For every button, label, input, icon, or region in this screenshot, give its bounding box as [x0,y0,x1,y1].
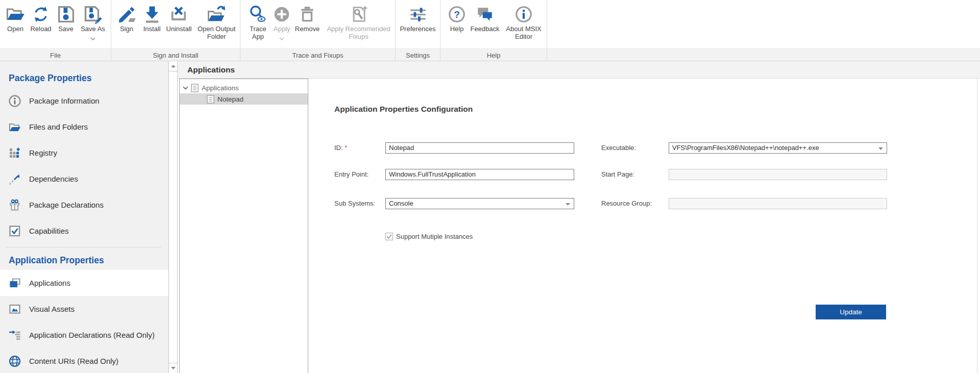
application-properties-form: Application Properties Configuration ID:… [308,79,980,373]
sidebar-section-application-properties: Application Properties [0,251,168,270]
feedback-icon [475,4,495,25]
registry-icon [8,146,21,160]
tree-expand-chevron-icon[interactable] [183,86,189,90]
about-info-icon [514,4,533,25]
feedback-button[interactable]: Feedback [468,4,502,33]
sidebar-item-visual-assets[interactable]: Visual Assets [0,296,168,322]
entry-point-label: Entry Point: [334,169,369,180]
about-msix-editor-button[interactable]: About MSIX Editor [502,4,546,40]
sub-systems-label: Sub Systems: [334,198,375,209]
package-information-icon [8,94,21,108]
install-button[interactable]: Install [139,4,165,33]
reload-icon [31,4,51,25]
trace-app-icon [248,4,267,25]
content-uris-globe-icon [8,355,21,368]
id-label: ID: * [334,142,347,154]
sidebar-divider [6,247,161,247]
save-as-icon [83,4,103,25]
install-icon [142,4,162,25]
sidebar-item-package-declarations[interactable]: Package Declarations [0,192,168,218]
package-declarations-icon [8,198,21,212]
save-button[interactable]: Save [54,4,78,33]
tree-node-notepad[interactable]: Notepad [180,93,308,105]
ribbon-group-label-sign-install: Sign and Install [111,52,240,59]
sidebar-item-files-and-folders[interactable]: Files and Folders [0,114,168,140]
start-page-label: Start Page: [601,169,634,180]
scrollbar-down-arrow[interactable] [169,363,177,373]
tree-node-applications[interactable]: Applications [180,82,308,93]
svg-text:?: ? [454,9,460,20]
ribbon-group-label-trace-fixups: Trace and Fixups [240,52,395,59]
sidebar-item-dependencies[interactable]: Dependencies [0,166,168,192]
sidebar-section-package-properties: Package Properties [0,68,168,88]
applications-icon [8,277,21,290]
form-heading: Application Properties Configuration [334,105,473,114]
ribbon-group-help: ? Help Feedback About MSIX Editor Help [440,0,547,61]
resource-group-label: Resource Group: [601,198,652,209]
support-multiple-instances-checkbox[interactable]: Support Mutiple Instances [385,233,473,240]
sign-icon [116,4,137,25]
apply-recommended-fixups-icon [349,4,369,25]
applications-tree-panel: Applications Notepad [179,79,308,373]
sidebar-item-application-declarations[interactable]: Application Declarations (Read Only) [0,322,168,348]
files-and-folders-icon [8,120,21,134]
sidebar-item-registry[interactable]: Registry [0,140,168,166]
apply-icon [272,4,291,25]
help-button[interactable]: ? Help [446,4,468,33]
open-button[interactable]: Open [3,4,28,33]
ribbon-group-file: Open Reload Save Save As File [0,0,111,61]
executable-select[interactable]: VFS\ProgramFilesX86\Notepad++\notepad++.… [669,142,887,154]
remove-icon [298,4,317,25]
tree-node-document-icon [191,84,199,92]
ribbon-group-sign-install: Sign Install Uninstall Open Output Folde… [111,0,240,61]
apply-button[interactable]: Apply [272,4,292,37]
open-output-folder-icon [206,4,227,25]
start-page-input [669,169,887,180]
sign-button[interactable]: Sign [114,4,139,33]
dropdown-arrow-icon [566,203,570,206]
main-header-bar: Applications [178,61,980,79]
ribbon-group-label-settings: Settings [396,52,440,59]
open-output-folder-button[interactable]: Open Output Folder [193,4,240,40]
sidebar-item-package-information[interactable]: Package Information [0,88,168,114]
save-icon [56,4,76,25]
entry-point-input[interactable]: Windows.FullTrustApplication [385,169,574,180]
window-right-edge [977,79,977,373]
reload-button[interactable]: Reload [28,4,54,33]
apply-recommended-fixups-button[interactable]: Apply Recommended Fixups [322,4,395,40]
required-asterisk: * [345,144,347,152]
executable-label: Executable: [601,142,636,154]
update-button[interactable]: Update [816,305,886,319]
id-input[interactable]: Notepad [385,142,574,154]
sidebar-item-content-uris[interactable]: Content URIs (Read Only) [0,348,168,373]
sidebar-navigation: Package Properties Package Information F… [0,61,168,373]
apply-dropdown-chevron-icon [279,34,284,37]
open-icon [5,4,26,25]
checkbox-box[interactable] [385,233,393,240]
dependencies-icon [8,172,21,186]
sidebar-item-capabilities[interactable]: Capabilities [0,218,168,244]
sidebar-scrollbar[interactable] [168,61,178,373]
ribbon-group-label-file: File [0,52,111,59]
ribbon-group-trace-fixups: Trace App Apply Remove Apply Recommended… [240,0,396,61]
save-as-dropdown-chevron-icon[interactable] [90,34,95,37]
preferences-button[interactable]: Preferences [397,4,439,33]
tree-node-document-icon [207,95,214,104]
ribbon-toolbar: Open Reload Save Save As File Sign [0,0,980,61]
scrollbar-up-arrow[interactable] [169,61,177,71]
capabilities-icon [8,225,21,238]
save-as-button[interactable]: Save As [78,4,108,37]
ribbon-group-label-help: Help [440,52,547,59]
resource-group-input [669,198,887,209]
dropdown-arrow-icon [878,147,883,150]
page-title: Applications [178,65,235,74]
uninstall-icon [168,4,189,25]
remove-button[interactable]: Remove [292,4,322,33]
uninstall-button[interactable]: Uninstall [165,4,193,33]
sub-systems-select[interactable]: Console [385,198,574,209]
trace-app-button[interactable]: Trace App [244,4,272,40]
sidebar-item-applications[interactable]: Applications [0,270,168,296]
visual-assets-icon [8,303,21,316]
preferences-icon [408,4,428,25]
checkbox-label: Support Mutiple Instances [396,233,473,240]
